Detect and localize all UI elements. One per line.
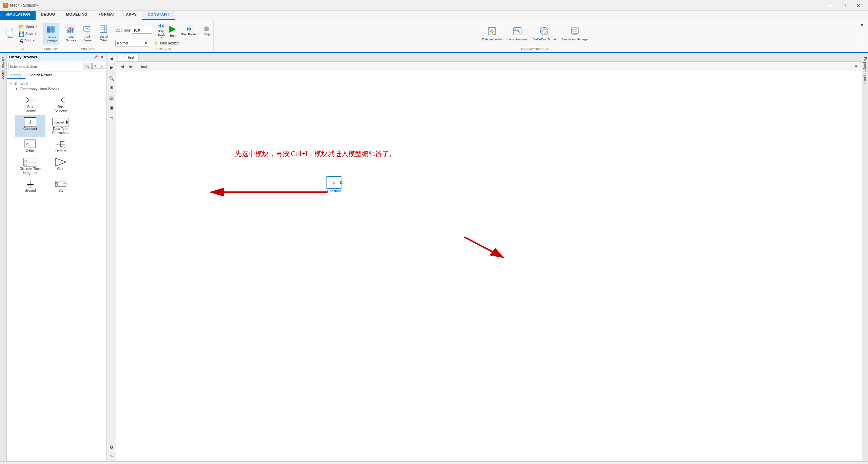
library-tab-search-results[interactable]: Search Results [25,72,57,79]
tab-modeling[interactable]: MODELING [61,11,93,20]
file-group-items: 📄 New 📂 Open ▼ 💾 Save ▼ [3,21,39,46]
log-signals-button[interactable]: LogSignals [63,24,78,43]
canvas-tab-icon: 📄 [122,55,127,59]
log-signals-label: LogSignals [66,35,76,42]
open-label: Open [25,25,34,28]
print-icon: 🖨 [19,38,23,44]
zoom-in-button[interactable]: 🔍 [107,74,116,82]
new-button[interactable]: 📄 New [3,27,16,40]
simulation-manager-button[interactable]: Simulation Manager [559,25,591,42]
ribbon-group-library: LibraryBrowser LIBRARY [41,20,61,51]
nav-separator: | [137,64,138,69]
minimize-button[interactable]: — [823,1,837,10]
data-inspector-button[interactable]: Data Inspector [480,25,504,42]
property-inspector-tab[interactable]: Property Inspector [863,54,868,88]
model-browser-tab[interactable]: Model Browser [1,54,6,82]
canvas-nav: ◀ ▶ | test ▼ [116,62,862,71]
fast-restart-icon: ⚡ [153,40,159,46]
save-button[interactable]: 💾 Save ▼ [17,31,39,37]
stop-button[interactable]: ⏹ Stop [202,24,211,37]
window-title: test * - Simulink [10,3,38,8]
add-viewer-button[interactable]: AddViewer [80,24,95,43]
tab-constant[interactable]: CONSTANT [142,11,175,20]
discrete-time-integrator-label: Discrete-TimeIntegrator [20,167,41,175]
ribbon-expand-button[interactable]: ▼ [858,21,866,51]
demux-label: Demux [55,149,66,153]
library-search-input[interactable] [8,63,83,70]
save-dropdown-arrow: ▼ [34,32,37,35]
stop-time-input[interactable] [132,27,152,34]
prepare-group-label: PREPARE [80,46,95,51]
ground-icon [24,179,36,189]
block-item-demux[interactable]: Demux [45,137,76,155]
library-browser-icon [46,24,56,35]
svg-rect-3 [51,26,55,27]
canvas-left-toolbar: ◀ ▶ 🔍 ⊞ 🖼 ▣ □ ⚙ » [107,53,116,461]
close-button[interactable]: ✕ [852,1,865,10]
birds-eye-scope-icon [539,26,549,37]
delay-label: Delay [26,149,35,153]
ribbon-group-simulate: Stop Time ⏮ StepBack ▼ ▶ Run [113,20,214,51]
canvas[interactable]: 1 Constant 先选中模块，再按 Ctrl+I，模块就进 [116,71,862,461]
run-button[interactable]: ▶ Run [167,23,178,38]
library-group-label: LIBRARY [44,46,58,51]
ribbon-group-prepare: LogSignals AddViewer [61,20,113,51]
block-item-discrete-time-integrator[interactable]: 1/z z-1 Discrete-TimeIntegrator [15,155,45,177]
svg-rect-6 [72,28,73,33]
canvas-tab-bar: 📄 test [116,53,862,62]
tab-format[interactable]: FORMAT [93,11,120,20]
collapse-button[interactable]: » [107,452,116,460]
panel-pin-button[interactable]: 📌 [93,54,98,60]
block-item-delay[interactable]: z⁻¹ Delay [15,137,45,155]
nav-btn-back[interactable]: ◀ [118,63,126,70]
search-button[interactable]: 🔍 [84,63,92,70]
insert-shape-button[interactable]: ▣ [107,103,116,111]
step-forward-button[interactable]: ⏭ Step Forward [179,24,200,37]
block-item-data-type-conversion[interactable]: convert Data Type Conversion [45,115,76,137]
tree-item-simulink[interactable]: ▼ Simulink [8,81,105,86]
library-browser-button[interactable]: LibraryBrowser [43,23,59,44]
nav-btn-forward[interactable]: ▶ [127,63,135,70]
block-item-bus-creator[interactable]: BusCreator [15,93,45,115]
maximize-button[interactable]: □ [837,1,851,10]
nav-back-button[interactable]: ◀ [107,54,116,62]
zoom-fit-button[interactable]: ⊞ [107,83,116,91]
canvas-block-constant[interactable]: 1 Constant [327,176,341,193]
tab-apps[interactable]: APPS [120,11,142,20]
view-grid-button[interactable]: ⊞ [99,63,105,69]
select-button[interactable]: □ [107,114,116,122]
tree-item-commonly-used[interactable]: ▼ Commonly Used Blocks [14,86,105,92]
canvas-settings-button[interactable]: ⚙ [107,443,116,451]
insert-image-button[interactable]: 🖼 [107,94,116,102]
block-item-in1[interactable]: In1 [45,177,76,195]
svg-rect-30 [572,31,574,32]
canvas-dropdown-button[interactable]: ▼ [852,63,860,70]
log-signals-icon [67,25,75,34]
solver-select[interactable]: Normal ▼ [115,40,149,46]
block-item-bus-selector[interactable]: BusSelector [45,93,76,115]
library-tab-library[interactable]: Library [7,72,25,79]
panel-close-button[interactable]: ✕ [99,54,104,60]
tab-simulation[interactable]: SIMULATION [0,11,36,20]
signal-table-button[interactable]: SignalTable [96,24,111,43]
run-icon: ▶ [169,23,176,34]
block-item-ground[interactable]: Ground [15,177,45,195]
tab-debug[interactable]: DEBUG [36,11,61,20]
block-item-constant[interactable]: 1 Constant [15,115,45,137]
view-list-button[interactable]: ≡ [92,63,98,69]
block-item-gain[interactable]: Gain [45,155,76,177]
open-button[interactable]: 📂 Open ▼ [17,23,39,30]
logic-analyzer-button[interactable]: Logic Analyzer [505,25,529,42]
birds-eye-scope-button[interactable]: Bird's-Eye Scope [531,25,558,42]
library-browser-panel: Library Browser 📌 ✕ 🔍 ≡ ⊞ Library Search… [7,53,107,461]
svg-rect-31 [575,31,577,32]
nav-forward-button[interactable]: ▶ [107,63,116,71]
ribbon-group-review-results: Data Inspector Logic Analyzer [214,20,857,51]
stop-time-label: Stop Time [115,28,131,32]
gain-label: Gain [57,167,64,171]
right-sidebar: Property Inspector [862,53,868,461]
step-back-button[interactable]: ⏮ StepBack ▼ [156,21,166,39]
canvas-tab-test[interactable]: 📄 test [118,53,139,61]
step-forward-icon: ⏭ [186,25,193,33]
print-button[interactable]: 🖨 Print ▼ [17,38,39,44]
